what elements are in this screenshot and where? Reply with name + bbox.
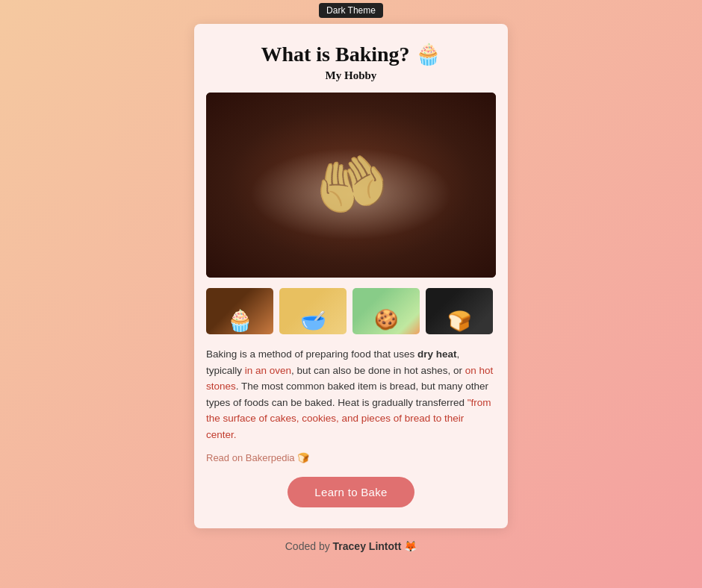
learn-to-bake-button[interactable]: Learn to Bake (288, 477, 414, 507)
dark-theme-badge[interactable]: Dark Theme (319, 3, 383, 18)
description-text: Baking is a method of preparing food tha… (206, 346, 496, 443)
page-title: What is Baking? 🧁 (261, 42, 441, 66)
cupcake-emoji: 🧁 (415, 43, 441, 66)
thumbnail-pan (426, 288, 493, 334)
thumbnail-batter (279, 288, 347, 334)
main-image (206, 93, 496, 278)
read-bakerpedia-link[interactable]: Read on Bakerpedia 🍞 (206, 452, 496, 463)
footer-author: Tracey Lintott (333, 540, 402, 552)
footer-emoji: 🦊 (404, 540, 417, 552)
footer: Coded by Tracey Lintott 🦊 (285, 540, 417, 552)
thumbnail-macarons (352, 288, 420, 334)
baking-image (206, 93, 496, 278)
footer-prefix: Coded by (285, 540, 330, 552)
thumbnail-row (206, 288, 496, 334)
thumbnail-cupcakes (206, 288, 273, 334)
main-card: What is Baking? 🧁 My Hobby Baking is a m… (194, 24, 508, 528)
page-subtitle: My Hobby (326, 69, 377, 82)
